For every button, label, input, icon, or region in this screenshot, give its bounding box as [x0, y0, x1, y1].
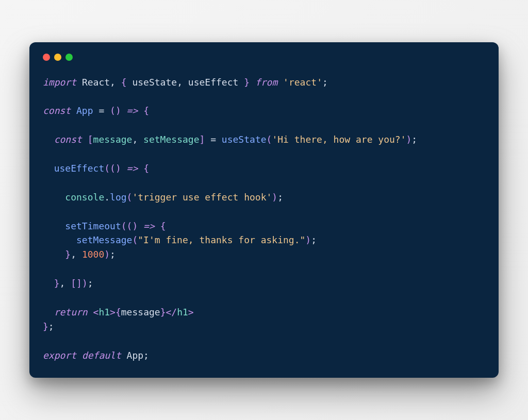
- brace-close: }: [65, 249, 71, 260]
- ident-message: message: [121, 307, 160, 317]
- ident-app: App: [76, 105, 93, 116]
- paren-close: ): [272, 192, 277, 203]
- brace-close: }: [244, 77, 250, 88]
- paren-close: ): [82, 278, 88, 289]
- comma: ,: [110, 77, 116, 88]
- keyword-const: const: [43, 105, 71, 116]
- call-useeffect: useEffect: [54, 163, 105, 174]
- comma: ,: [177, 77, 183, 88]
- paren-close: ): [406, 134, 412, 145]
- method-log: log: [110, 192, 127, 203]
- angle-close: >: [110, 307, 116, 317]
- semicolon: ;: [411, 134, 417, 145]
- ident-setmessage: setMessage: [143, 134, 199, 145]
- angle-open: </: [166, 307, 177, 317]
- ident-usestate: useState: [132, 77, 177, 88]
- brace-close: }: [43, 321, 48, 332]
- arrow: =>: [127, 163, 138, 174]
- paren-open: (: [127, 221, 133, 231]
- brace-open: {: [143, 105, 149, 116]
- paren-close: ): [132, 221, 138, 231]
- keyword-from: from: [255, 77, 277, 88]
- keyword-return: return: [54, 307, 88, 317]
- paren-open: (: [110, 105, 116, 116]
- semicolon: ;: [277, 192, 283, 203]
- ident-react: React: [82, 77, 110, 88]
- bracket-close: ]: [76, 278, 82, 289]
- brace-open: {: [116, 307, 121, 317]
- bracket-close: ]: [199, 134, 205, 145]
- paren-close: ): [116, 105, 121, 116]
- equals: =: [98, 105, 104, 116]
- call-setmessage: setMessage: [76, 234, 132, 245]
- call-usestate: useState: [222, 134, 267, 145]
- string-react: 'react': [283, 77, 322, 88]
- angle-close: >: [188, 307, 194, 317]
- string-fine: "I'm fine, thanks for asking.": [138, 234, 305, 245]
- equals: =: [210, 134, 216, 145]
- string-log: 'trigger use effect hook': [132, 192, 272, 203]
- paren-open: (: [132, 234, 138, 245]
- semicolon: ;: [48, 321, 54, 332]
- code-block: import React, { useState, useEffect } fr…: [43, 75, 485, 363]
- semicolon: ;: [311, 234, 317, 245]
- code-window: import React, { useState, useEffect } fr…: [29, 42, 499, 378]
- close-icon[interactable]: [43, 54, 50, 61]
- keyword-export: export: [43, 350, 76, 361]
- paren-open: (: [121, 221, 127, 231]
- arrow: =>: [143, 221, 155, 231]
- tag-h1: h1: [98, 307, 110, 317]
- paren-close: ): [305, 234, 311, 245]
- number-delay: 1000: [82, 249, 104, 260]
- ident-useeffect: useEffect: [188, 77, 239, 88]
- paren-open: (: [110, 163, 116, 174]
- paren-open: (: [267, 134, 272, 145]
- paren-open: (: [104, 163, 110, 174]
- ident-message: message: [93, 134, 133, 145]
- paren-close: ): [104, 249, 110, 260]
- brace-open: {: [121, 77, 127, 88]
- ident-app: App: [127, 350, 144, 361]
- dot: .: [104, 192, 110, 203]
- comma: ,: [71, 249, 76, 260]
- bracket-open: [: [88, 134, 93, 145]
- semicolon: ;: [143, 350, 149, 361]
- brace-open: {: [160, 221, 166, 231]
- keyword-const: const: [54, 134, 82, 145]
- comma: ,: [132, 134, 138, 145]
- call-settimeout: setTimeout: [65, 221, 121, 231]
- semicolon: ;: [322, 77, 328, 88]
- minimize-icon[interactable]: [54, 54, 61, 61]
- bracket-open: [: [71, 278, 76, 289]
- brace-close: }: [54, 278, 60, 289]
- semicolon: ;: [110, 249, 116, 260]
- keyword-import: import: [43, 77, 76, 88]
- brace-close: }: [160, 307, 166, 317]
- brace-open: {: [143, 163, 149, 174]
- paren-open: (: [127, 192, 133, 203]
- angle-open: <: [93, 307, 99, 317]
- paren-close: ): [116, 163, 121, 174]
- keyword-default: default: [82, 350, 121, 361]
- tag-h1-close: h1: [177, 307, 188, 317]
- comma: ,: [60, 278, 65, 289]
- string-initial: 'Hi there, how are you?': [272, 134, 406, 145]
- semicolon: ;: [88, 278, 93, 289]
- arrow: =>: [127, 105, 138, 116]
- maximize-icon[interactable]: [65, 54, 73, 61]
- ident-console: console: [65, 192, 104, 203]
- window-controls: [43, 54, 485, 61]
